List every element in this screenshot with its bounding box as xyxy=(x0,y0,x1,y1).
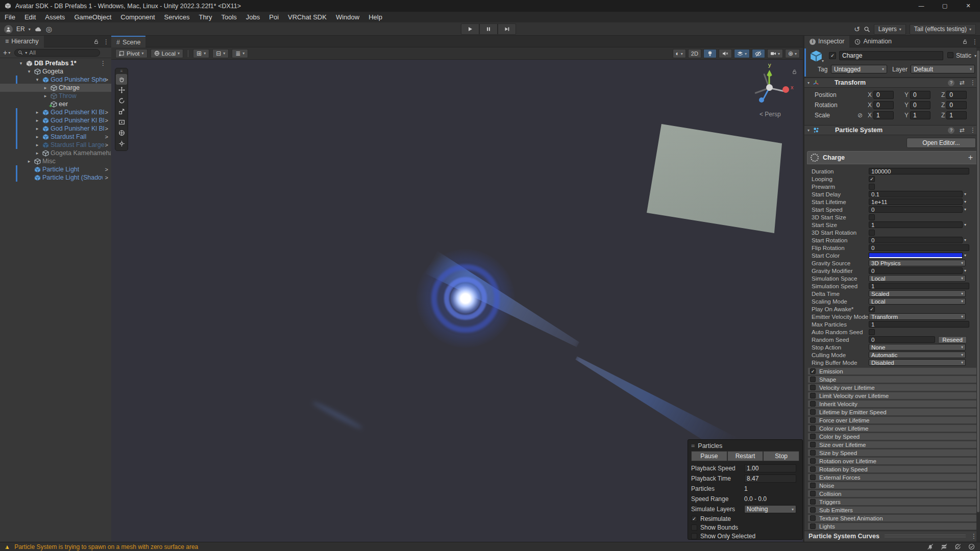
enum-dropdown[interactable]: Transform▾ xyxy=(869,313,966,320)
lighting-toggle[interactable] xyxy=(703,49,717,58)
account-avatar[interactable] xyxy=(4,25,13,34)
enum-dropdown[interactable]: Local▾ xyxy=(869,298,966,305)
view-tool-button[interactable] xyxy=(116,74,127,85)
hierarchy-item-god-punisher-kl-bl[interactable]: ▸God Punisher Kl Bl> xyxy=(0,116,111,124)
enum-dropdown[interactable]: 3D Physics▾ xyxy=(869,260,966,266)
value-field[interactable]: 0 xyxy=(869,267,963,274)
ps-module-lifetime-by-emitter-speed[interactable]: Lifetime by Emitter Speed xyxy=(807,408,977,416)
ps-module-texture-sheet-animation[interactable]: Texture Sheet Animation xyxy=(807,514,977,522)
snap-increment-dropdown[interactable]: ≣▾ xyxy=(232,49,248,58)
grid-visibility-dropdown[interactable]: ⊞▾ xyxy=(193,49,209,58)
hidden-objects-toggle[interactable] xyxy=(752,49,765,58)
prefab-open-arrow-icon[interactable]: > xyxy=(105,142,108,148)
menu-item-file[interactable]: File xyxy=(0,12,20,22)
ps-module-size-over-lifetime[interactable]: Size over Lifetime xyxy=(807,441,977,448)
prefab-open-arrow-icon[interactable]: > xyxy=(105,77,108,83)
module-checkbox[interactable] xyxy=(810,458,816,464)
lock-icon[interactable] xyxy=(93,39,99,44)
2d-toggle[interactable]: 2D xyxy=(688,49,701,58)
component-menu-icon[interactable]: ⋮ xyxy=(970,127,976,134)
move-tool-button[interactable] xyxy=(116,85,127,95)
ps-module-collision[interactable]: Collision xyxy=(807,490,977,497)
ps-module-triggers[interactable]: Triggers xyxy=(807,498,977,506)
enum-dropdown[interactable]: Local▾ xyxy=(869,275,966,282)
expand-arrow-icon[interactable]: ▾ xyxy=(18,61,23,66)
checkbox[interactable]: ✓ xyxy=(691,516,697,522)
module-checkbox[interactable] xyxy=(810,425,816,431)
module-checkbox[interactable] xyxy=(810,393,816,398)
prefab-open-arrow-icon[interactable]: > xyxy=(105,174,108,181)
hierarchy-item-gogeta[interactable]: ▾Gogeta xyxy=(0,67,111,76)
module-checkbox[interactable] xyxy=(810,450,816,456)
particles-check-resimulate[interactable]: ✓Resimulate xyxy=(691,514,799,523)
hierarchy-item-stardust-fall[interactable]: ▸Stardust Fall> xyxy=(0,133,111,141)
module-checkbox[interactable] xyxy=(810,491,816,496)
curve-dropdown-icon[interactable]: ▾ xyxy=(964,199,966,204)
module-checkbox[interactable] xyxy=(810,409,816,415)
hierarchy-item-particle-light-shadow[interactable]: Particle Light (Shadow> xyxy=(0,173,111,182)
shading-mode-dropdown[interactable]: ◐▾ xyxy=(673,49,686,58)
ps-module-noise[interactable]: Noise xyxy=(807,482,977,489)
rotate-tool-button[interactable] xyxy=(116,95,127,106)
curve-dropdown-icon[interactable]: ▾ xyxy=(964,268,966,273)
notifications-muted-icon[interactable] xyxy=(927,543,934,550)
value-field[interactable]: 0 xyxy=(869,336,935,343)
expand-arrow-icon[interactable]: ▸ xyxy=(35,151,40,156)
status-bar[interactable]: ▲! Particle System is trying to spawn on… xyxy=(0,542,980,551)
axis-x-field[interactable]: 0 xyxy=(873,91,894,99)
ps-module-external-forces[interactable]: External Forces xyxy=(807,473,977,481)
hierarchy-item-god-punisher-sphe[interactable]: ▾God Punisher Sphe> xyxy=(0,76,111,84)
value-field[interactable]: 1 xyxy=(869,321,969,328)
undo-history-icon[interactable]: ↺ xyxy=(854,25,860,33)
prefab-open-arrow-icon[interactable]: > xyxy=(105,117,108,123)
collab-muted-icon[interactable] xyxy=(941,543,947,550)
particles-check-show-bounds[interactable]: Show Bounds xyxy=(691,523,799,532)
value-field[interactable]: 100000 xyxy=(869,168,969,174)
module-checkbox[interactable] xyxy=(810,474,816,480)
play-button[interactable] xyxy=(461,23,479,35)
menu-item-jobs[interactable]: Jobs xyxy=(241,12,264,22)
module-checkbox[interactable] xyxy=(810,417,816,423)
expand-arrow-icon[interactable]: ▸ xyxy=(35,118,40,123)
foldout-arrow-icon[interactable]: ▾ xyxy=(807,128,810,133)
particles-value-field[interactable]: 8.47 xyxy=(744,474,796,483)
gizmos-dropdown[interactable]: ⊕▾ xyxy=(785,49,800,58)
checkbox[interactable] xyxy=(691,524,697,531)
expand-arrow-icon[interactable]: ▸ xyxy=(43,93,48,98)
value-field[interactable]: 1 xyxy=(869,283,969,289)
menu-item-thry[interactable]: Thry xyxy=(194,12,216,22)
scene-menu-icon[interactable]: ⋮ xyxy=(100,60,106,67)
component-menu-icon[interactable]: ⋮ xyxy=(970,79,976,86)
menu-item-tools[interactable]: Tools xyxy=(216,12,241,22)
enum-dropdown[interactable]: None▾ xyxy=(869,344,966,350)
particles-value-dropdown[interactable]: Nothing▾ xyxy=(744,505,796,513)
rect-tool-button[interactable] xyxy=(116,117,127,128)
grid-snap-dropdown[interactable]: ⊟▾ xyxy=(212,49,229,58)
name-field[interactable]: Charge xyxy=(839,51,943,60)
target-icon[interactable]: ◎ xyxy=(46,25,52,33)
ps-module-size-by-speed[interactable]: Size by Speed xyxy=(807,449,977,457)
enum-dropdown[interactable]: Automatic▾ xyxy=(869,352,966,358)
expand-arrow-icon[interactable]: ▾ xyxy=(27,69,32,74)
projection-label[interactable]: < Persp xyxy=(760,111,781,118)
foldout-arrow-icon[interactable]: ▾ xyxy=(807,81,810,85)
tab-inspector[interactable]: i Inspector xyxy=(804,36,849,47)
menu-item-component[interactable]: Component xyxy=(116,12,159,22)
axis-y-field[interactable]: 0 xyxy=(910,101,930,109)
layer-dropdown[interactable]: Default▾ xyxy=(911,65,975,73)
refresh-muted-icon[interactable] xyxy=(954,543,961,550)
add-module-icon[interactable]: + xyxy=(968,153,973,162)
menu-item-edit[interactable]: Edit xyxy=(20,12,40,22)
prefab-open-arrow-icon[interactable]: > xyxy=(105,166,108,172)
reseed-button[interactable]: Reseed xyxy=(938,336,967,343)
menu-item-poi[interactable]: Poi xyxy=(264,12,283,22)
module-checkbox[interactable] xyxy=(810,377,816,382)
search-icon[interactable] xyxy=(864,26,870,33)
menu-item-services[interactable]: Services xyxy=(160,12,194,22)
module-checkbox[interactable] xyxy=(810,442,816,447)
axis-x-field[interactable]: 0 xyxy=(873,101,894,109)
tab-scene[interactable]: #Scene xyxy=(111,36,145,47)
module-checkbox[interactable] xyxy=(810,515,816,521)
drag-handle-icon[interactable]: = xyxy=(691,442,695,449)
hierarchy-item-throw[interactable]: ▸Throw xyxy=(0,92,111,100)
